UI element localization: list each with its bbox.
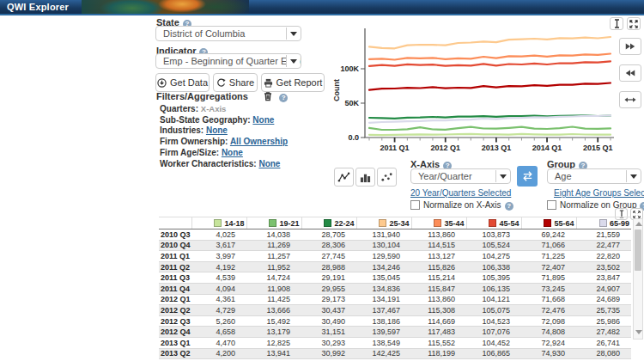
table-cell: 104,121 xyxy=(466,294,521,305)
line-chart-type-button[interactable] xyxy=(334,168,354,187)
x-axis-selected-link[interactable]: 20 Year/Quarters Selected xyxy=(410,188,511,198)
data-table: 14-1819-2122-2425-3435-4445-5455-6465-99… xyxy=(159,217,631,359)
chevron-down-icon xyxy=(286,55,300,67)
table-row: 2011 Q13,99711,25727,745129,590113,12710… xyxy=(159,251,631,262)
filter-label: Industries: xyxy=(160,125,206,135)
column-header: 19-21 xyxy=(246,217,301,229)
normalize-group-row: Normalize on Group xyxy=(547,200,644,211)
table-cell: 104,275 xyxy=(466,251,521,262)
table-cell: 4,094 xyxy=(191,283,246,294)
group-selected-link[interactable]: Eight Age Groups Selected xyxy=(554,188,644,198)
app-header: QWI Explorer xyxy=(0,0,644,14)
table-cell: 115,214 xyxy=(411,272,466,284)
table-row: 2011 Q24,19211,95228,988134,246115,82610… xyxy=(159,261,631,272)
series-swatch-icon xyxy=(269,219,276,227)
table-cell: 137,467 xyxy=(356,305,411,316)
filter-item: Firm Ownership: All Ownership xyxy=(160,137,288,148)
filter-label: Firm Age/Size: xyxy=(160,148,222,157)
scroll-down-arrow[interactable] xyxy=(635,330,642,334)
column-header: 65-99 xyxy=(576,217,631,229)
normalize-group-checkbox[interactable] xyxy=(547,200,556,210)
scrollbar-thumb[interactable] xyxy=(635,229,641,271)
x-tick-label: 2011 Q1 xyxy=(380,144,410,152)
filter-label: Quarters: xyxy=(160,104,201,113)
get-data-button[interactable]: Get Data xyxy=(155,73,210,92)
trash-icon[interactable] xyxy=(263,91,273,101)
normalize-x-axis-help-icon[interactable] xyxy=(505,202,513,211)
chart-line-14-18 xyxy=(369,134,611,135)
table-row: 2010 Q34,02514,03828,705131,940113,86010… xyxy=(159,229,631,241)
table-cell: 107,076 xyxy=(466,327,521,338)
series-swatch-icon xyxy=(544,219,551,227)
table-cell: 135,045 xyxy=(356,272,411,284)
bar-chart-type-button[interactable] xyxy=(355,168,375,187)
table-cell: 106,135 xyxy=(466,283,521,294)
table-cell: 11,257 xyxy=(246,251,301,262)
table-cell: 71,225 xyxy=(521,251,576,262)
table-cell: 25,986 xyxy=(576,315,631,327)
table-cell: 118,199 xyxy=(411,348,466,359)
filter-value[interactable]: All Ownership xyxy=(230,137,288,146)
table-cell: 4,470 xyxy=(191,337,246,348)
filter-value[interactable]: None xyxy=(252,115,274,125)
print-icon xyxy=(264,78,273,88)
table-cell: 106,338 xyxy=(466,261,521,272)
y-axis-title: Count xyxy=(332,79,341,101)
table-row: 2012 Q44,65813,17931,151139,597117,48310… xyxy=(159,327,631,338)
table-cell: 130,104 xyxy=(356,240,411,251)
indicator-select[interactable]: Emp - Beginning of Quarter Employment: C… xyxy=(155,53,301,69)
row-label: 2012 Q3 xyxy=(159,315,191,327)
table-cell: 4,025 xyxy=(191,229,246,241)
x-tick-label: 2015 Q1 xyxy=(583,144,613,152)
table-cell: 28,988 xyxy=(301,261,356,272)
filter-value[interactable]: None xyxy=(258,159,280,168)
table-cell: 114,669 xyxy=(411,315,466,327)
table-cell: 23,847 xyxy=(576,272,631,284)
x-axis-select[interactable]: Year/Quarter xyxy=(410,168,511,184)
table-cell: 28,080 xyxy=(576,348,631,359)
play-forward-button[interactable] xyxy=(619,38,641,55)
table-cell: 74,808 xyxy=(521,327,576,338)
table-cell: 13,941 xyxy=(246,348,301,359)
chart-fullscreen-button[interactable] xyxy=(627,17,641,30)
normalize-x-axis-label: Normalize on X-Axis xyxy=(423,200,501,210)
normalize-x-axis-checkbox[interactable] xyxy=(410,200,420,210)
x-tick-label: 2013 Q1 xyxy=(482,144,512,152)
table-cell: 105,524 xyxy=(466,240,521,251)
swap-axes-button[interactable] xyxy=(517,166,538,187)
rewind-icon xyxy=(624,68,636,78)
chart-line-25-34 xyxy=(369,37,611,48)
filters-help-icon[interactable] xyxy=(279,94,288,102)
filter-value[interactable]: None xyxy=(222,148,243,157)
pan-horizontal-button[interactable] xyxy=(619,91,641,108)
x-tick-label: 2014 Q1 xyxy=(532,144,562,152)
table-cell: 22,820 xyxy=(576,251,631,262)
header-accent-strip xyxy=(0,14,644,15)
share-icon xyxy=(216,78,226,88)
share-button[interactable]: Share xyxy=(213,73,258,92)
table-cell: 73,245 xyxy=(521,283,576,294)
table-cell: 105,395 xyxy=(466,272,521,284)
table-cell: 23,502 xyxy=(576,261,631,272)
swap-icon xyxy=(521,170,534,182)
table-cell: 27,482 xyxy=(576,327,631,338)
scatter-chart-type-button[interactable] xyxy=(377,168,397,187)
column-header: 55-64 xyxy=(521,217,576,229)
play-backward-button[interactable] xyxy=(619,64,641,82)
get-report-button[interactable]: Get Report xyxy=(261,73,325,92)
filter-value[interactable]: None xyxy=(206,125,228,135)
qwi-explorer-app: QWI Explorer State District of Columbia … xyxy=(0,0,644,361)
table-row: 2012 Q24,72913,66630,437137,467115,30810… xyxy=(159,305,631,316)
table-cell: 4,729 xyxy=(191,305,246,316)
data-table-container: 14-1819-2122-2425-3435-4445-5455-6465-99… xyxy=(159,217,631,359)
i-beam-button[interactable] xyxy=(610,17,623,30)
group-select[interactable]: Age xyxy=(547,168,641,184)
state-select[interactable]: District of Columbia xyxy=(155,26,301,41)
table-scrollbar[interactable] xyxy=(633,218,643,340)
table-cell: 129,590 xyxy=(356,251,411,262)
filter-label: Firm Ownership: xyxy=(160,137,230,146)
scroll-up-arrow[interactable] xyxy=(635,222,642,226)
table-cell: 115,552 xyxy=(411,337,466,348)
table-cell: 28,705 xyxy=(301,229,356,241)
table-cell: 29,173 xyxy=(301,294,356,305)
